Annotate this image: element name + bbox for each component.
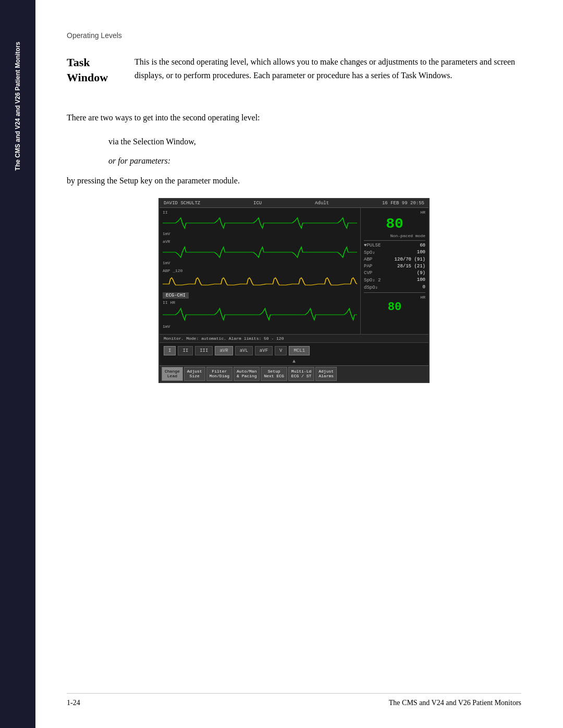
lead-btn-avl[interactable]: aVL (235, 346, 253, 355)
monitor-datetime: 16 FEB 99 20:55 (382, 201, 424, 206)
pap-value: 28/15 (21) (397, 264, 425, 269)
spo2-param: SpO₂ 100 (364, 250, 425, 255)
hr-label: HR (364, 210, 425, 215)
wave-row-abp: ABP _120 (163, 268, 357, 289)
wave-row-ii: II 1mV (163, 210, 357, 236)
monitor-lead-buttons: I II III aVR aVL aVF V MCL1 (160, 343, 429, 359)
abp-param: ABP 120/70 (91) (364, 257, 425, 262)
pulse-param: ♥PULSE 60 (364, 243, 425, 248)
cvp-value: (9) (417, 270, 425, 276)
bottom-btn-change-lead[interactable]: ChangeLead (162, 367, 183, 381)
page-footer: 1-24 The CMS and V24 and V26 Patient Mon… (67, 693, 521, 707)
dspo2-param: dSpO₂ 0 (364, 285, 425, 290)
lead-btn-i[interactable]: I (164, 346, 176, 355)
lead-btn-avf[interactable]: aVF (255, 346, 273, 355)
lead-btn-mcl1[interactable]: MCL1 (289, 346, 310, 355)
spo2-2-param: SpO₂ 2 100 (364, 277, 425, 283)
monitor-right-panel: HR 80 Non-paced mode ♥PULSE 60 SpO₂ 100 … (361, 208, 429, 334)
main-content: Operating Levels TaskWindow This is the … (35, 0, 563, 728)
monitor-bottom-bar: ChangeLead AdjustSize FilterMon/Diag Aut… (160, 365, 429, 382)
monitor-screenshot: DAVID SCHULTZ ICU Adult 16 FEB 99 20:55 … (158, 198, 430, 383)
monitor-location: ICU (253, 201, 262, 206)
intro-paragraph: This is the second operating level, whic… (134, 55, 521, 95)
monitor-patient-type: Adult (315, 201, 329, 206)
abp-value: 120/70 (91) (395, 257, 425, 262)
spo2-value: 100 (417, 250, 425, 255)
pulse-value: 60 (420, 243, 425, 248)
lead-btn-ii[interactable]: II (178, 346, 193, 355)
monitor-top-bar: DAVID SCHULTZ ICU Adult 16 FEB 99 20:55 (160, 199, 429, 208)
page-title: TaskWindow (67, 55, 119, 85)
lead-btn-iii[interactable]: III (195, 346, 213, 355)
bottom-btn-adjust-alarms[interactable]: AdjustAlarms (315, 367, 337, 381)
ways-intro: There are two ways to get into the secon… (67, 111, 521, 125)
dspo2-value: 0 (423, 285, 425, 290)
spo2-2-value: 100 (417, 277, 425, 283)
ecg-channel-label: ECG-CHI (163, 292, 189, 299)
monitor-waves: II 1mV aVR (160, 208, 361, 334)
content-block: TaskWindow This is the second operating … (67, 55, 521, 95)
lead-btn-v[interactable]: V (275, 346, 287, 355)
hr-mode: Non-paced mode (364, 233, 425, 238)
cvp-param: CVP (9) (364, 270, 425, 276)
bottom-btn-multi-ld[interactable]: Multi-LdECG / ST (288, 367, 314, 381)
hr-value: 80 (364, 215, 425, 233)
way2: or for parameters: (108, 154, 521, 168)
sidebar: The CMS and V24 and V26 Patient Monitors (0, 0, 35, 728)
triangle-marker: ▲ (160, 359, 429, 364)
body-text: This is the second operating level, whic… (134, 55, 521, 82)
footer-page-number: 1-24 (67, 699, 80, 707)
monitor-main: II 1mV aVR (160, 208, 429, 334)
wave-row-ii2: II HR 1mV (163, 300, 357, 329)
way3: by pressing the Setup key on the paramet… (67, 174, 521, 188)
pap-param: PAP 28/15 (21) (364, 264, 425, 269)
bottom-btn-auto-man[interactable]: Auto/Man& Pacing (234, 367, 260, 381)
way1: via the Selection Window, (108, 135, 521, 149)
lead-btn-avr[interactable]: aVR (215, 346, 232, 355)
patient-name: DAVID SCHULTZ (164, 201, 200, 206)
breadcrumb: Operating Levels (67, 31, 521, 40)
bottom-btn-filter[interactable]: FilterMon/Diag (206, 367, 232, 381)
section-label: TaskWindow (67, 55, 119, 95)
wave-row-avr: aVR 1mV (163, 239, 357, 265)
monitor-info-bar: Monitor. Mode: automatic. Alarm limits: … (160, 334, 429, 343)
bottom-btn-adjust-size[interactable]: AdjustSize (184, 367, 205, 381)
hr2-value: 80 (364, 300, 425, 315)
sidebar-label: The CMS and V24 and V26 Patient Monitors (14, 42, 22, 170)
bottom-btn-setup[interactable]: SetupNext ECG (261, 367, 287, 381)
footer-document-title: The CMS and V24 and V26 Patient Monitors (389, 699, 521, 707)
